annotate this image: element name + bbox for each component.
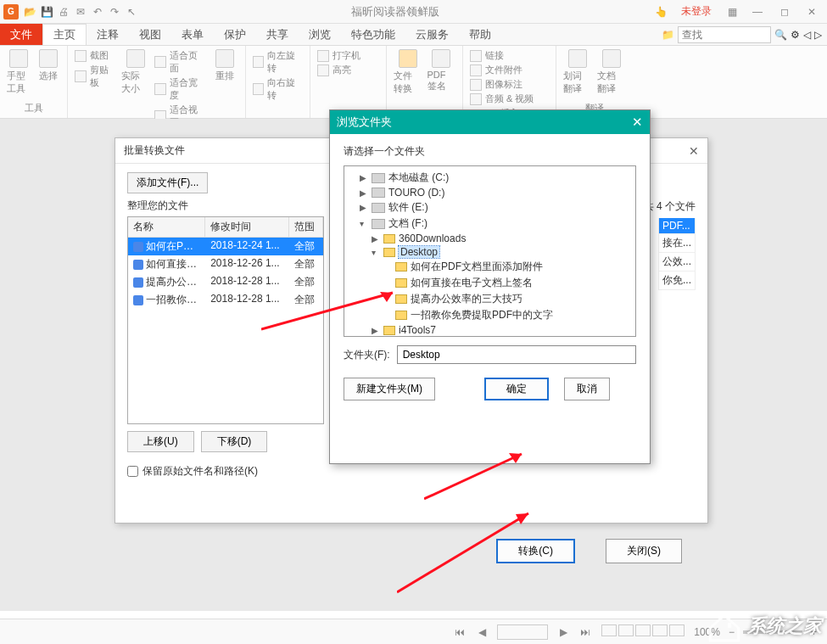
rotate-left-btn[interactable]: 向左旋转 — [253, 49, 303, 75]
select-tool[interactable]: 选择 — [36, 49, 61, 82]
tab-share[interactable]: 共享 — [256, 24, 299, 45]
table-row[interactable]: 如何在PDF... 2018-12-24 1...全部 — [128, 238, 323, 255]
tree-node[interactable]: ▾文档 (F:) — [360, 216, 632, 232]
list-item[interactable]: 你免... — [658, 272, 696, 290]
tab-browse[interactable]: 浏览 — [299, 24, 341, 45]
col-scope[interactable]: 范围 — [289, 217, 323, 237]
tab-help[interactable]: 帮助 — [459, 24, 501, 45]
col-mtime[interactable]: 修改时间 — [205, 217, 289, 237]
list-item[interactable]: 接在... — [658, 234, 696, 253]
clipboard-btn[interactable]: 剪贴板 — [75, 64, 116, 89]
print-icon[interactable]: 🖨 — [56, 4, 71, 20]
tree-node[interactable]: 如何在PDF文档里面添加附件 — [383, 259, 632, 275]
hand-icon[interactable]: 👆 — [651, 3, 671, 20]
typewriter-btn[interactable]: 打字机 — [317, 49, 360, 62]
actual-size-btn[interactable]: 实际 大小 — [121, 49, 149, 95]
next-icon[interactable]: ▷ — [814, 29, 822, 41]
redo-icon[interactable]: ↷ — [107, 4, 122, 20]
fit-page-btn[interactable]: 适合页面 — [154, 49, 205, 75]
search-input[interactable] — [678, 26, 771, 43]
first-page-icon[interactable]: ⏮ — [453, 626, 467, 638]
drive-icon — [372, 188, 385, 198]
doc-translate-btn[interactable]: 文档 翻译 — [597, 49, 626, 95]
word-translate-btn[interactable]: 划词 翻译 — [563, 49, 592, 95]
batch-close-icon[interactable]: ✕ — [689, 144, 699, 158]
pdf-sign-btn[interactable]: PDF 签名 — [427, 49, 456, 92]
tab-feature[interactable]: 特色功能 — [341, 24, 405, 45]
tree-node[interactable]: ▶i4Tools7 — [372, 323, 632, 337]
tree-node[interactable]: ▶TOURO (D:) — [360, 186, 632, 199]
mail-icon[interactable]: ✉ — [73, 4, 88, 20]
tab-comment[interactable]: 注释 — [87, 24, 129, 45]
cancel-button[interactable]: 取消 — [564, 378, 610, 400]
av-btn[interactable]: 音频 & 视频 — [470, 92, 534, 105]
pointer-icon[interactable]: ↖ — [124, 4, 139, 20]
next-page-icon[interactable]: ▶ — [556, 626, 570, 638]
link-btn[interactable]: 链接 — [470, 49, 534, 62]
maximize-button[interactable]: ◻ — [773, 3, 796, 20]
prev-page-icon[interactable]: ◀ — [475, 626, 489, 638]
login-status[interactable]: 未登录 — [674, 4, 718, 19]
fit-width-btn[interactable]: 适合宽度 — [154, 76, 205, 102]
tree-node[interactable]: 如何直接在电子文档上签名 — [383, 275, 632, 291]
highlight-btn[interactable]: 高亮 — [317, 64, 360, 76]
minimize-button[interactable]: — — [746, 3, 769, 20]
folder-name-input[interactable] — [397, 345, 636, 364]
grid-icon[interactable]: ▦ — [722, 3, 742, 20]
reflow-btn[interactable]: 重排 — [210, 49, 238, 82]
move-up-button[interactable]: 上移(U) — [127, 431, 194, 452]
open-icon[interactable]: 📂 — [22, 4, 37, 20]
tab-cloud[interactable]: 云服务 — [405, 24, 459, 45]
col-name[interactable]: 名称 — [128, 217, 205, 237]
tree-node[interactable]: ▶360Downloads — [372, 232, 632, 245]
close-dialog-button[interactable]: 关闭(S) — [606, 539, 682, 563]
tab-protect[interactable]: 保护 — [214, 24, 256, 45]
tab-form[interactable]: 表单 — [171, 24, 214, 45]
ok-button[interactable]: 确定 — [484, 378, 549, 400]
save-icon[interactable]: 💾 — [39, 4, 54, 20]
add-files-button[interactable]: 添加文件(F)... — [127, 172, 208, 193]
tree-node[interactable]: 提高办公效率的三大技巧 — [383, 291, 632, 307]
tab-view[interactable]: 视图 — [129, 24, 171, 45]
undo-icon[interactable]: ↶ — [90, 4, 105, 20]
tree-node[interactable]: 一招教你免费提取PDF中的文字 — [383, 307, 632, 323]
snapshot-btn[interactable]: 截图 — [75, 49, 116, 62]
view-mode-buttons[interactable] — [601, 624, 685, 639]
tree-node[interactable]: ▶软件 (E:) — [360, 199, 632, 216]
list-item[interactable]: PDF... — [658, 218, 696, 234]
search-icon[interactable]: 🔍 — [774, 29, 787, 41]
settings-icon[interactable]: ⚙ — [791, 29, 800, 41]
move-down-button[interactable]: 下移(D) — [201, 431, 268, 452]
last-page-icon[interactable]: ⏭ — [578, 626, 592, 638]
table-row[interactable]: 提高办公效... 2018-12-28 1...全部 — [128, 273, 323, 291]
rotate-right-btn[interactable]: 向右旋转 — [253, 76, 303, 102]
keep-path-checkbox[interactable] — [127, 466, 138, 477]
list-item[interactable]: 公效... — [658, 253, 696, 272]
new-folder-button[interactable]: 新建文件夹(M) — [344, 378, 435, 400]
status-bar: ⏮ ◀ ▶ ⏭ 100% − + — [0, 619, 827, 644]
tree-node-selected[interactable]: ▾Desktop — [372, 245, 632, 259]
tab-file[interactable]: 文件 — [0, 24, 42, 45]
drive-icon — [372, 219, 385, 229]
table-row[interactable]: 如何直接在... 2018-12-26 1...全部 — [128, 255, 323, 273]
tab-home[interactable]: 主页 — [42, 24, 87, 45]
tree-node[interactable]: ▶本地磁盘 (C:) — [360, 170, 632, 186]
folder-icon[interactable]: 📁 — [662, 29, 674, 41]
prev-icon[interactable]: ◁ — [803, 29, 811, 41]
image-annot-btn[interactable]: 图像标注 — [470, 78, 534, 91]
file-count-label: 共 4 个文件 — [644, 199, 696, 214]
folder-icon — [395, 294, 407, 304]
convert-button[interactable]: 转换(C) — [496, 539, 575, 563]
right-filelist: PDF... 接在... 公效... 你免... — [658, 218, 696, 290]
file-attach-btn[interactable]: 文件附件 — [470, 64, 534, 76]
app-logo-icon: G — [3, 4, 19, 20]
browse-close-icon[interactable]: ✕ — [632, 115, 643, 130]
close-button[interactable]: ✕ — [800, 3, 824, 20]
file-convert-btn[interactable]: 文件 转换 — [394, 49, 422, 95]
page-number-input[interactable] — [497, 624, 548, 640]
folder-tree[interactable]: ▶本地磁盘 (C:) ▶TOURO (D:) ▶软件 (E:) ▾文档 (F:)… — [344, 165, 636, 337]
menu-tabs: 文件 主页 注释 视图 表单 保护 共享 浏览 特色功能 云服务 帮助 📁 🔍 … — [0, 24, 827, 46]
table-row[interactable]: 一招教你免... 2018-12-28 1...全部 — [128, 291, 323, 309]
file-icon — [133, 242, 143, 252]
hand-tool[interactable]: 手型 工具 — [7, 49, 31, 95]
